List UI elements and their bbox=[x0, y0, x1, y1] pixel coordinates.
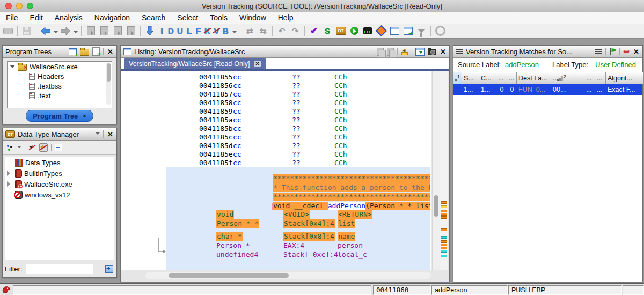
listing-view[interactable]: ****************************************… bbox=[121, 71, 431, 270]
data-type-manager-header[interactable]: DT Data Type Manager ✕ bbox=[3, 128, 116, 141]
toolbar-letter-l[interactable]: L bbox=[185, 26, 194, 35]
overview-marker[interactable] bbox=[441, 228, 447, 231]
listing-row[interactable]: 0041185dcc??CCh bbox=[121, 142, 431, 150]
column-header-9[interactable]: Algorit... bbox=[606, 72, 643, 84]
update-button[interactable] bbox=[112, 25, 123, 37]
script-manager-button[interactable]: S bbox=[321, 25, 333, 37]
expand-arrow-icon[interactable] bbox=[7, 171, 13, 176]
tree-item-wallacesrc-exe[interactable]: WallaceSrc.exe bbox=[8, 62, 112, 71]
run-button[interactable] bbox=[348, 25, 360, 37]
data-type-archive-button[interactable]: DT bbox=[335, 25, 347, 37]
pointer-filter-button[interactable] bbox=[28, 144, 36, 151]
save-button[interactable] bbox=[21, 25, 33, 37]
param-row[interactable]: undefined4Stack[-0xc]:4local_c bbox=[121, 250, 431, 259]
expand-arrow-icon[interactable] bbox=[7, 181, 13, 187]
program-tree-tab-close[interactable]: × bbox=[83, 113, 86, 119]
listing-row[interactable]: 0041185ecc??CCh bbox=[121, 150, 431, 159]
letters-dropdown-icon[interactable] bbox=[232, 31, 237, 35]
overview-marker[interactable] bbox=[441, 216, 447, 219]
listing-header[interactable]: Listing: VersionTracking/WallaceSrc ✕ bbox=[121, 46, 449, 58]
tree-item-builtintypes[interactable]: BuiltInTypes bbox=[5, 168, 114, 179]
checkout-button[interactable] bbox=[85, 25, 97, 37]
matches-header[interactable]: Version Tracking Matches for So... ➥ ✕ bbox=[453, 46, 642, 58]
back-dropdown-icon[interactable] bbox=[54, 31, 58, 35]
validate-button[interactable]: ✔ bbox=[308, 25, 320, 37]
menu-analysis[interactable]: Analysis bbox=[49, 12, 89, 24]
menu-edit[interactable]: Edit bbox=[24, 12, 49, 24]
menu-navigation[interactable]: Navigation bbox=[89, 12, 136, 24]
plate-comment-border[interactable]: ****************************************… bbox=[273, 174, 430, 183]
param-row[interactable]: Person *EAX:4person bbox=[121, 241, 431, 250]
menu-select[interactable]: Select bbox=[171, 12, 204, 24]
cursor-location-button[interactable] bbox=[401, 48, 408, 55]
tree-item-wallacesrc-exe[interactable]: WallaceSrc.exe bbox=[5, 179, 114, 189]
diff-button[interactable] bbox=[375, 25, 387, 37]
listing-row[interactable]: 0041185fcc??CCh bbox=[121, 159, 431, 167]
toolbar-letter-i[interactable]: I bbox=[157, 26, 166, 35]
vertical-scrollbar[interactable] bbox=[432, 71, 440, 270]
table-options-button[interactable] bbox=[595, 49, 602, 55]
go-to-button[interactable] bbox=[144, 25, 156, 37]
overview-marker[interactable] bbox=[441, 236, 447, 239]
tree-item-textbss[interactable]: .textbss bbox=[8, 81, 112, 91]
column-header-3[interactable]: ... bbox=[496, 72, 507, 84]
scrollbar-thumb[interactable] bbox=[169, 273, 289, 278]
overview-marker[interactable] bbox=[441, 201, 447, 204]
undo-button[interactable]: ↶ bbox=[276, 25, 288, 37]
panel-menu-icon[interactable] bbox=[96, 132, 100, 137]
tree-item-text[interactable]: .text bbox=[8, 91, 112, 100]
menu-tools[interactable]: Tools bbox=[204, 12, 233, 24]
mark-done-button[interactable] bbox=[609, 48, 616, 55]
snapshot-button[interactable] bbox=[428, 48, 436, 55]
column-header-2[interactable]: C... bbox=[479, 72, 496, 84]
toggle-fields-button[interactable] bbox=[415, 48, 425, 56]
layout-button[interactable] bbox=[6, 144, 13, 151]
column-header-0[interactable]: 1 bbox=[453, 72, 462, 84]
column-header-4[interactable]: ... bbox=[507, 72, 517, 84]
plate-comment-text[interactable]: * This function adds a person to the Per… bbox=[273, 183, 430, 192]
close-panel-button[interactable]: ✕ bbox=[440, 48, 447, 56]
program-trees-header[interactable]: Program Trees ✕ bbox=[3, 46, 116, 58]
table-view-button[interactable] bbox=[389, 25, 400, 37]
overview-marker[interactable] bbox=[441, 247, 447, 249]
param-row[interactable]: char *Stack[0x8]:4name bbox=[121, 232, 431, 241]
forward-dropdown-icon[interactable] bbox=[74, 31, 78, 35]
analyze-button[interactable] bbox=[415, 25, 427, 37]
checkin-button[interactable] bbox=[98, 25, 110, 37]
function-signature[interactable]: void __cdecl addPerson(Person * * list, … bbox=[272, 202, 430, 210]
layout-dropdown-icon[interactable] bbox=[17, 146, 21, 150]
console-button[interactable] bbox=[2, 25, 14, 37]
import-tree-button[interactable] bbox=[92, 47, 100, 56]
new-tree-button[interactable] bbox=[69, 48, 77, 55]
program-tree-tab[interactable]: Program Tree × bbox=[26, 110, 93, 122]
listing-row[interactable]: 0041185acc??CCh bbox=[121, 116, 431, 124]
toolbar-letter-v[interactable]: V bbox=[212, 26, 221, 35]
scrollbar-thumb[interactable] bbox=[434, 195, 438, 217]
forward-button[interactable] bbox=[60, 25, 71, 37]
overview-marker[interactable] bbox=[441, 240, 447, 243]
open-tree-button[interactable] bbox=[80, 48, 89, 56]
refresh-button[interactable] bbox=[434, 25, 446, 37]
overview-marker[interactable] bbox=[441, 255, 447, 257]
tree-item-windows-vs12[interactable]: windows_vs12 bbox=[5, 189, 114, 200]
column-header-5[interactable]: Dest La... bbox=[517, 72, 551, 84]
toolbar-letter-f[interactable]: F bbox=[194, 26, 203, 35]
menu-search[interactable]: Search bbox=[136, 12, 171, 24]
horizontal-scrollbar[interactable] bbox=[145, 272, 431, 279]
toolbar-letter-d[interactable]: D bbox=[166, 26, 175, 35]
toolbar-letter-u[interactable]: U bbox=[175, 26, 185, 35]
column-header-6[interactable]: ..2 bbox=[551, 72, 584, 84]
paste-button[interactable] bbox=[387, 48, 394, 56]
conflict-filter-button[interactable] bbox=[39, 143, 48, 152]
column-header-7[interactable]: ... bbox=[584, 72, 595, 84]
merge-button[interactable] bbox=[125, 25, 137, 37]
tree-item-headers[interactable]: Headers bbox=[8, 71, 112, 81]
listing-row[interactable]: 0041185bcc??CCh bbox=[121, 124, 431, 133]
listing-row[interactable]: 00411858cc??CCh bbox=[121, 99, 431, 107]
close-panel-button[interactable]: ✕ bbox=[633, 48, 640, 56]
close-panel-button[interactable]: ✕ bbox=[107, 130, 114, 138]
tree-scrollbar[interactable] bbox=[106, 63, 111, 105]
function-name[interactable]: addPerson bbox=[328, 202, 365, 210]
menu-help[interactable]: Help bbox=[272, 12, 299, 24]
overview-marker-bar[interactable] bbox=[440, 71, 448, 270]
